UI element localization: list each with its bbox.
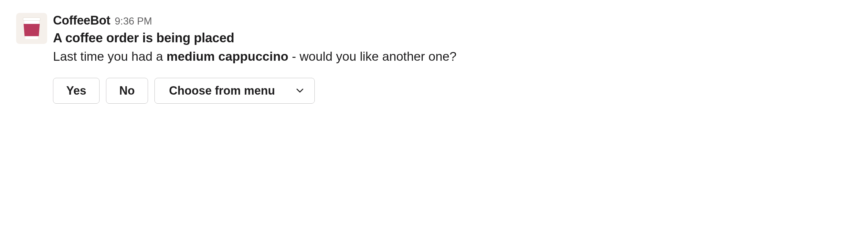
message-content: CoffeeBot 9:36 PM A coffee order is bein…	[53, 13, 852, 104]
coffee-cup-icon	[22, 18, 41, 39]
message-body: Last time you had a medium cappuccino - …	[53, 48, 852, 66]
menu-select-label: Choose from menu	[169, 84, 275, 98]
message-header: CoffeeBot 9:36 PM	[53, 13, 852, 28]
bot-name: CoffeeBot	[53, 13, 110, 28]
message-actions: Yes No Choose from menu	[53, 78, 852, 104]
menu-select[interactable]: Choose from menu	[154, 78, 315, 104]
slack-message: CoffeeBot 9:36 PM A coffee order is bein…	[16, 13, 852, 104]
body-prefix: Last time you had a	[53, 50, 166, 63]
body-emphasis: medium cappuccino	[166, 50, 288, 63]
no-button[interactable]: No	[106, 78, 148, 104]
message-title: A coffee order is being placed	[53, 31, 852, 45]
bot-avatar	[16, 13, 47, 44]
chevron-down-icon	[294, 89, 305, 93]
yes-button[interactable]: Yes	[53, 78, 99, 104]
message-timestamp: 9:36 PM	[115, 15, 152, 27]
body-suffix: - would you like another one?	[288, 50, 456, 63]
